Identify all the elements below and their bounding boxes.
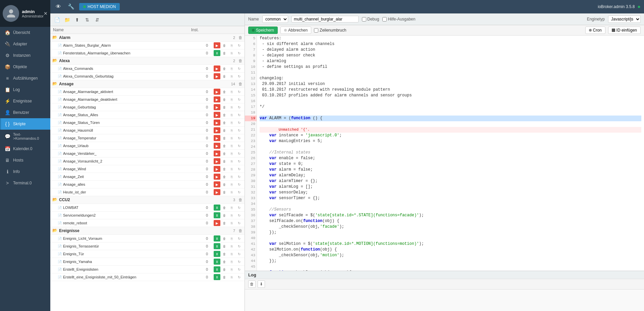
list-item[interactable]: 📄 Alarm_States_Burglar_Alarm 0 ▶ 🗑 ⎘ ↻ (50, 42, 245, 49)
refresh-script-button[interactable]: ↻ (236, 266, 243, 272)
play-button[interactable]: ▶ (214, 120, 220, 126)
wrap-checkbox[interactable] (314, 28, 318, 33)
refresh-script-button[interactable]: ↻ (236, 189, 243, 195)
group-delete-icon[interactable]: 🗑 (238, 197, 243, 202)
sidebar-item-info[interactable]: ℹ Info (0, 166, 50, 177)
copy-script-button[interactable]: ⎘ (228, 266, 235, 272)
copy-script-button[interactable]: ⎘ (228, 158, 235, 164)
delete-script-button[interactable]: 🗑 (221, 42, 228, 48)
sidebar-item-objekte[interactable]: 📦 Objekte (0, 61, 50, 73)
list-item[interactable]: 📄 Ereignis_Yamaha 0 ⏸ 🗑 ⎘ ↻ (50, 258, 245, 266)
cron-button[interactable]: Cron (585, 27, 605, 34)
play-button[interactable]: ▶ (214, 96, 220, 102)
copy-script-button[interactable]: ⎘ (228, 73, 235, 79)
list-item[interactable]: 📄 Ansage_alles 0 ▶ 🗑 ⎘ ↻ (50, 181, 245, 188)
refresh-script-button[interactable]: ↻ (236, 251, 243, 257)
copy-script-button[interactable]: ⎘ (228, 251, 235, 257)
refresh-script-button[interactable]: ↻ (236, 127, 243, 133)
sidebar-item-kalender[interactable]: 📅 Kalender.0 (0, 143, 50, 154)
pause-button[interactable]: ⏸ (214, 50, 220, 56)
copy-script-button[interactable]: ⎘ (228, 112, 235, 118)
list-item[interactable]: 📄 Ansage_Temperatur 0 ▶ 🗑 ⎘ ↻ (50, 134, 245, 142)
list-item[interactable]: 📄 Ereignis_Terrassentür 0 ⏸ 🗑 ⎘ ↻ (50, 242, 245, 250)
pause-button[interactable]: ⏸ (214, 243, 220, 249)
list-item[interactable]: 📄 Ansage_Zeit 0 ▶ 🗑 ⎘ ↻ (50, 173, 245, 181)
play-button[interactable]: ▶ (214, 174, 220, 180)
copy-script-button[interactable]: ⎘ (228, 235, 235, 241)
list-item[interactable]: 📄 Ansage_Geburtstag 0 ▶ 🗑 ⎘ ↻ (50, 103, 245, 111)
copy-script-button[interactable]: ⎘ (228, 65, 235, 72)
delete-script-button[interactable]: 🗑 (221, 89, 228, 95)
pause-button[interactable]: ⏸ (214, 235, 220, 241)
play-button[interactable]: ▶ (214, 112, 220, 118)
play-button[interactable]: ▶ (214, 150, 220, 157)
play-button[interactable]: ▶ (214, 189, 220, 195)
play-button[interactable]: ▶ (214, 127, 220, 133)
copy-script-button[interactable]: ⎘ (228, 220, 235, 226)
new-folder-button[interactable]: 📁 (63, 16, 71, 24)
play-button[interactable]: ▶ (214, 181, 220, 187)
group-row[interactable]: 📂 Alexa 2 🗑 (50, 57, 245, 65)
refresh-script-button[interactable]: ↻ (236, 112, 243, 118)
refresh-script-button[interactable]: ↻ (236, 243, 243, 249)
copy-script-button[interactable]: ⎘ (228, 104, 235, 110)
copy-script-button[interactable]: ⎘ (228, 120, 235, 126)
list-item[interactable]: 📄 remote_reboot 0 ▶ 🗑 ⎘ ↻ (50, 219, 245, 227)
play-button[interactable]: ▶ (214, 166, 220, 172)
host-button[interactable]: HOST MEDION (79, 3, 120, 10)
play-button[interactable]: ▶ (214, 104, 220, 110)
group-delete-icon[interactable]: 🗑 (238, 58, 243, 63)
play-button[interactable]: ▶ (214, 42, 220, 48)
refresh-script-button[interactable]: ↻ (236, 205, 243, 211)
list-item[interactable]: 📄 Ansage_Verstärker_ 0 ▶ 🗑 ⎘ ↻ (50, 150, 245, 158)
new-file-button[interactable]: 📄 (53, 16, 61, 24)
delete-script-button[interactable]: 🗑 (221, 212, 228, 218)
group-row[interactable]: 📂 CCU2 3 🗑 (50, 196, 245, 204)
sidebar-item-adapter[interactable]: 🔌 Adapter (0, 38, 50, 50)
sidebar-item-log[interactable]: 📋 Log (0, 84, 50, 95)
refresh-script-button[interactable]: ↻ (236, 166, 243, 172)
play-button[interactable]: ▶ (214, 143, 220, 149)
delete-script-button[interactable]: 🗑 (221, 50, 228, 56)
refresh-script-button[interactable]: ↻ (236, 174, 243, 180)
pause-button[interactable]: ⏸ (214, 251, 220, 257)
copy-script-button[interactable]: ⎘ (228, 174, 235, 180)
cancel-button[interactable]: Abbrechen (280, 27, 311, 34)
copy-script-button[interactable]: ⎘ (228, 166, 235, 172)
sort-asc-button[interactable]: ⇅ (83, 16, 91, 24)
list-item[interactable]: 📄 Ansage_Hausmüll 0 ▶ 🗑 ⎘ ↻ (50, 127, 245, 134)
pause-button[interactable]: ⏸ (214, 274, 220, 280)
pause-button[interactable]: ⏸ (214, 205, 220, 211)
list-item[interactable]: 📄 Ansage_Alarmanlage_deaktiviert 0 ▶ 🗑 ⎘… (50, 96, 245, 103)
play-button[interactable]: ▶ (214, 158, 220, 164)
refresh-script-button[interactable]: ↻ (236, 181, 243, 187)
list-item[interactable]: 📄 LOWBAT 0 ⏸ 🗑 ⎘ ↻ (50, 204, 245, 212)
wrap-button[interactable]: Zeilenumbruch (314, 28, 346, 33)
list-item[interactable]: 📄 Heute_ist_der 0 ▶ 🗑 ⎘ ↻ (50, 188, 245, 196)
close-button[interactable]: ✕ (44, 11, 48, 16)
delete-script-button[interactable]: 🗑 (221, 181, 228, 187)
copy-script-button[interactable]: ⎘ (228, 259, 235, 265)
delete-script-button[interactable]: 🗑 (221, 259, 228, 265)
delete-script-button[interactable]: 🗑 (221, 143, 228, 149)
name-select[interactable]: common (262, 15, 288, 23)
group-row[interactable]: 📂 Ansage 14 🗑 (50, 80, 245, 88)
refresh-script-button[interactable]: ↻ (236, 96, 243, 102)
sidebar-item-skripte[interactable]: { } Skripte (0, 118, 50, 130)
delete-script-button[interactable]: 🗑 (221, 220, 228, 226)
refresh-script-button[interactable]: ↻ (236, 135, 243, 141)
copy-script-button[interactable]: ⎘ (228, 135, 235, 141)
delete-script-button[interactable]: 🗑 (221, 174, 228, 180)
copy-script-button[interactable]: ⎘ (228, 89, 235, 95)
sidebar-item-terminal[interactable]: > Terminal.0 (0, 177, 50, 189)
sidebar-item-aufzaehlungen[interactable]: ≡ Aufzählungen (0, 73, 50, 84)
debug-checkbox[interactable] (362, 17, 366, 21)
refresh-script-button[interactable]: ↻ (236, 143, 243, 149)
script-name-input[interactable] (291, 16, 359, 23)
sidebar-item-text-kommandos[interactable]: 💬 Text->Kommandos.0 (0, 130, 50, 143)
delete-script-button[interactable]: 🗑 (221, 112, 228, 118)
list-item[interactable]: 📄 Erstellt_Ereignislisten 0 ⏸ 🗑 ⎘ ↻ (50, 266, 245, 273)
list-item[interactable]: 📄 Ansage_Wind 0 ▶ 🗑 ⎘ ↻ (50, 165, 245, 173)
play-button[interactable]: ▶ (214, 73, 220, 79)
list-item[interactable]: 📄 Ansage_Status_Türen 0 ▶ 🗑 ⎘ ↻ (50, 119, 245, 127)
